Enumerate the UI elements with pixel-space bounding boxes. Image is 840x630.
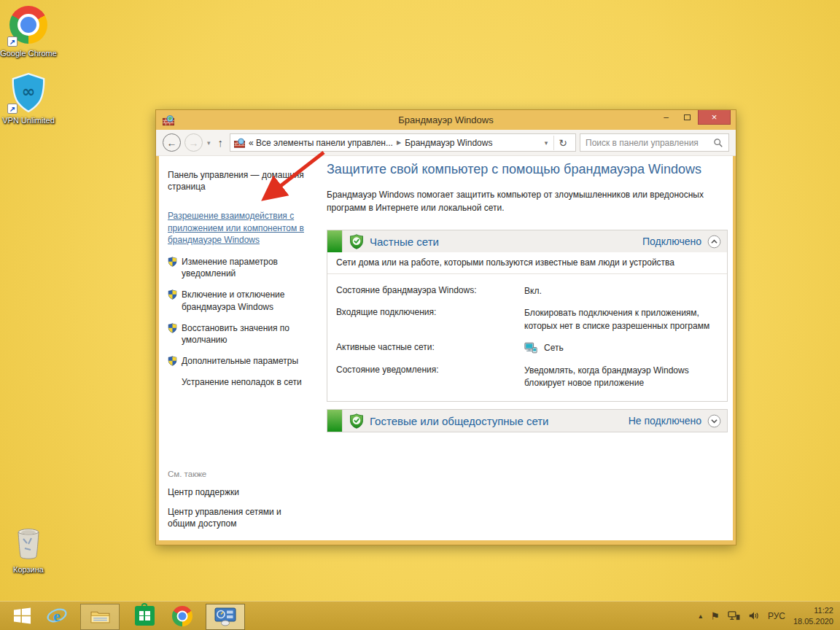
sidebar-item-advanced-settings[interactable]: Дополнительные параметры xyxy=(168,355,315,367)
sidebar-item-turn-firewall-on-off[interactable]: Включение и отключение брандмауэра Windo… xyxy=(168,289,315,312)
window-title: Брандмауэр Windows xyxy=(156,114,736,125)
green-status-bar xyxy=(327,230,343,252)
sidebar-item-label: Изменение параметров уведомлений xyxy=(182,256,315,279)
show-hidden-icons-button[interactable]: ▴ xyxy=(699,612,702,620)
uac-shield-icon xyxy=(168,289,177,300)
sidebar-item-label: Дополнительные параметры xyxy=(182,355,298,367)
back-button[interactable]: ← xyxy=(163,133,181,152)
section-details: Состояние брандмауэра Windows: Вкл. Вход… xyxy=(327,274,727,401)
shortcut-arrow-icon: ↗ xyxy=(7,104,18,114)
action-center-flag-icon[interactable]: ⚑ xyxy=(710,610,720,622)
minimize-button[interactable]: – xyxy=(656,110,677,125)
sidebar-item-restore-defaults[interactable]: Восстановить значения по умолчанию xyxy=(168,322,315,346)
breadcrumb-current[interactable]: Брандмауэр Windows xyxy=(405,138,492,148)
detail-label: Активные частные сети: xyxy=(336,342,524,354)
firewall-icon xyxy=(234,138,245,148)
private-networks-section: Частные сети Подключено Сети дома или на… xyxy=(327,230,728,402)
taskbar-item-windows-store[interactable] xyxy=(127,602,162,630)
start-button[interactable] xyxy=(4,602,39,630)
search-icon xyxy=(713,138,723,148)
desktop-icon-recycle-bin[interactable]: Корзина xyxy=(0,528,57,575)
guest-networks-header[interactable]: Гостевые или общедоступные сети Не подкл… xyxy=(327,410,727,432)
chrome-icon xyxy=(172,606,192,626)
sidebar-item-label: Устранение неполадок в сети xyxy=(182,376,302,388)
refresh-button[interactable]: ↻ xyxy=(553,136,572,150)
detail-value: Вкл. xyxy=(524,285,718,298)
desktop-icon-label: VPN Unlimited xyxy=(2,115,55,125)
chrome-icon: ↗ xyxy=(9,6,48,45)
network-icon xyxy=(524,342,537,354)
window-content: Панель управления — домашняя страница Ра… xyxy=(159,156,733,540)
see-also-header: См. также xyxy=(168,470,306,478)
section-title: Гостевые или общедоступные сети xyxy=(370,415,549,427)
detail-value: Сеть xyxy=(544,342,564,354)
section-title: Частные сети xyxy=(370,236,439,248)
maximize-icon xyxy=(684,114,691,120)
windows-logo-icon xyxy=(13,607,31,625)
recycle-bin-icon xyxy=(9,528,48,561)
private-networks-header[interactable]: Частные сети Подключено xyxy=(327,230,727,252)
sidebar-item-allow-app[interactable]: Разрешение взаимодействия с приложением … xyxy=(168,210,315,246)
search-box[interactable] xyxy=(580,133,729,152)
search-input[interactable] xyxy=(586,138,709,148)
title-bar[interactable]: Брандмауэр Windows – × xyxy=(156,110,736,130)
forward-button[interactable]: → xyxy=(184,133,203,152)
taskbar-item-chrome[interactable] xyxy=(165,602,200,630)
sidebar-item-action-center[interactable]: Центр поддержки xyxy=(168,486,306,498)
network-tray-icon[interactable] xyxy=(728,610,740,621)
desktop-icon-chrome[interactable]: ↗ Google Chrome xyxy=(0,6,57,59)
detail-label: Состояние брандмауэра Windows: xyxy=(336,285,524,298)
clock[interactable]: 11:22 18.05.2020 xyxy=(793,605,833,626)
page-description: Брандмауэр Windows помогает защитить ком… xyxy=(327,188,717,214)
detail-row: Активные частные сети: Сеть xyxy=(336,342,718,354)
taskbar: e ▴ ⚑ xyxy=(0,601,840,630)
sidebar-item-troubleshoot-network[interactable]: Устранение неполадок в сети xyxy=(168,376,315,388)
sidebar-item-label: Включение и отключение брандмауэра Windo… xyxy=(182,289,315,312)
desktop-icon-label: Google Chrome xyxy=(0,48,57,58)
expand-chevron-icon[interactable] xyxy=(707,414,721,428)
desktop-icon-label: Корзина xyxy=(13,564,44,575)
maximize-button[interactable] xyxy=(677,110,698,125)
history-dropdown-icon[interactable]: ▾ xyxy=(206,139,211,147)
detail-label: Входящие подключения: xyxy=(336,307,524,332)
see-also-section: См. также Центр поддержки Центр управлен… xyxy=(168,470,306,538)
navigation-bar: ← → ▾ ↑ « Все элементы панели управлен..… xyxy=(156,130,736,156)
language-indicator[interactable]: РУС xyxy=(768,611,785,621)
clock-date: 18.05.2020 xyxy=(793,616,833,626)
address-dropdown-icon[interactable]: ▾ xyxy=(542,139,551,147)
svg-text:∞: ∞ xyxy=(22,82,36,101)
close-button[interactable]: × xyxy=(698,110,731,125)
taskbar-item-control-panel-active[interactable] xyxy=(206,604,245,630)
windows-store-icon xyxy=(135,606,155,626)
section-subtitle: Сети дома или на работе, которыми пользу… xyxy=(327,252,727,274)
detail-row: Входящие подключения: Блокировать подклю… xyxy=(336,307,718,332)
shortcut-arrow-icon: ↗ xyxy=(7,36,18,47)
detail-label: Состояние уведомления: xyxy=(336,365,524,390)
breadcrumb-parent[interactable]: « Все элементы панели управлен... xyxy=(249,138,393,148)
vpn-shield-icon: ∞ ↗ xyxy=(9,73,48,112)
desktop-icon-vpn-unlimited[interactable]: ∞ ↗ VPN Unlimited xyxy=(0,73,57,126)
sidebar: Панель управления — домашняя страница Ра… xyxy=(168,169,315,397)
system-tray: ▴ ⚑ РУС 11:22 18.05.2020 xyxy=(699,605,840,626)
taskbar-item-internet-explorer[interactable]: e xyxy=(39,602,74,630)
speaker-icon[interactable] xyxy=(748,610,760,621)
collapse-chevron-icon[interactable] xyxy=(707,235,721,249)
taskbar-item-file-explorer[interactable] xyxy=(80,604,120,630)
internet-explorer-icon: e xyxy=(46,606,68,626)
sidebar-item-change-notification-settings[interactable]: Изменение параметров уведомлений xyxy=(168,256,315,279)
up-button[interactable]: ↑ xyxy=(215,136,227,149)
detail-row: Состояние уведомления: Уведомлять, когда… xyxy=(336,365,718,390)
shield-check-icon xyxy=(349,234,364,249)
connection-status: Не подключено xyxy=(629,415,701,427)
sidebar-item-control-panel-home[interactable]: Панель управления — домашняя страница xyxy=(168,169,315,192)
green-status-bar xyxy=(327,410,343,432)
guest-networks-section: Гостевые или общедоступные сети Не подкл… xyxy=(327,409,728,432)
detail-value: Блокировать подключения к приложениям, к… xyxy=(524,307,718,332)
control-panel-icon xyxy=(214,607,236,626)
uac-shield-icon xyxy=(168,323,177,333)
sidebar-item-network-sharing-center[interactable]: Центр управления сетями и общим доступом xyxy=(168,506,306,529)
address-bar[interactable]: « Все элементы панели управлен... ▶ Бран… xyxy=(230,133,576,152)
shield-check-icon xyxy=(349,413,364,429)
breadcrumb-separator-icon: ▶ xyxy=(397,139,401,146)
folder-icon xyxy=(90,609,110,624)
